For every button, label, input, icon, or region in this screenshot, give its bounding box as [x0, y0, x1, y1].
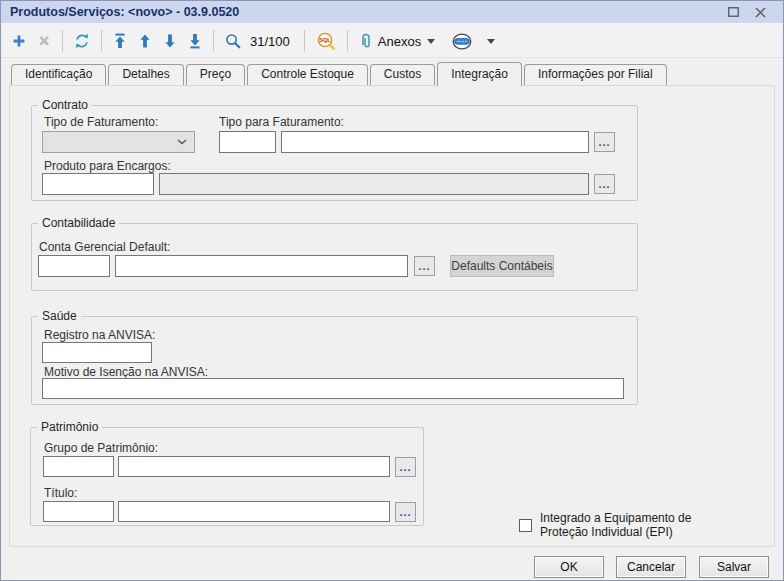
conta-gerencial-desc-input[interactable] — [115, 255, 408, 277]
arrow-up-icon — [138, 33, 152, 49]
next-record-button[interactable] — [159, 30, 181, 52]
tab-custos[interactable]: Custos — [370, 64, 435, 85]
group-contabilidade: Contabilidade Conta Gerencial Default: .… — [31, 223, 638, 291]
titulo-browse-button[interactable]: ... — [395, 502, 416, 522]
tab-identificacao[interactable]: Identificação — [11, 64, 106, 85]
toolbar-separator — [304, 30, 305, 52]
group-contrato: Contrato Tipo de Faturamento: Tipo para … — [31, 105, 638, 201]
group-patrimonio-title: Patrimônio — [37, 420, 102, 434]
grupo-patrimonio-desc-input[interactable] — [118, 456, 390, 477]
conta-gerencial-code-input[interactable] — [38, 255, 110, 277]
arrow-down-icon — [163, 33, 177, 49]
save-button[interactable]: Salvar — [699, 556, 769, 578]
tipo-para-faturamento-label: Tipo para Faturamento: — [219, 115, 344, 129]
tipo-de-faturamento-select[interactable] — [42, 131, 195, 153]
tipo-de-faturamento-label: Tipo de Faturamento: — [44, 115, 158, 129]
toolbar-separator — [347, 30, 348, 52]
group-contrato-title: Contrato — [38, 98, 92, 112]
delete-icon — [37, 34, 51, 48]
refresh-icon — [74, 33, 90, 49]
tipo-para-faturamento-browse-button[interactable]: ... — [594, 132, 615, 152]
print-disc-icon — [452, 33, 472, 50]
close-button[interactable] — [755, 7, 766, 18]
refresh-button[interactable] — [70, 30, 94, 52]
toolbar-separator — [213, 30, 214, 52]
sql-search-icon: SQL — [316, 32, 336, 50]
tipo-para-faturamento-code-input[interactable] — [219, 131, 276, 153]
ok-button[interactable]: OK — [534, 556, 604, 578]
group-patrimonio: Patrimônio Grupo de Patrimônio: ... Títu… — [30, 427, 424, 526]
attachments-button[interactable]: Anexos — [355, 30, 439, 53]
chevron-down-icon — [177, 139, 187, 145]
first-record-button[interactable] — [109, 30, 131, 52]
motivo-isencao-anvisa-input[interactable] — [42, 378, 624, 399]
group-saude-title: Saúde — [38, 309, 81, 323]
tab-bar: Identificação Detalhes Preço Controle Es… — [11, 64, 669, 85]
produto-para-encargos-label: Produto para Encargos: — [44, 159, 171, 173]
record-counter: 31/100 — [250, 34, 290, 49]
toolbar-separator — [101, 30, 102, 52]
window-title: Produtos/Serviços: <novo> - 03.9.0520 — [10, 5, 239, 19]
epi-label-line2: Proteção Individual (EPI) — [540, 525, 673, 539]
produto-para-encargos-browse-button[interactable]: ... — [594, 174, 615, 194]
epi-checkbox-label: Integrado a Equipamento de Proteção Indi… — [540, 510, 691, 539]
grupo-patrimonio-code-input[interactable] — [43, 456, 114, 477]
toolbar: 31/100 SQL Anexos — [1, 25, 783, 58]
add-icon — [12, 34, 26, 48]
last-record-icon — [188, 33, 202, 49]
grupo-patrimonio-browse-button[interactable]: ... — [395, 457, 416, 477]
dialog-window: Produtos/Serviços: <novo> - 03.9.0520 — [0, 0, 784, 581]
tipo-para-faturamento-desc-input[interactable] — [281, 131, 589, 153]
produto-para-encargos-code-input[interactable] — [42, 173, 154, 195]
titulo-desc-input[interactable] — [118, 501, 390, 522]
titulo-code-input[interactable] — [43, 501, 114, 522]
window-controls — [728, 7, 774, 18]
registro-anvisa-label: Registro na ANVISA: — [44, 328, 155, 342]
group-contabilidade-title: Contabilidade — [38, 216, 119, 230]
registro-anvisa-input[interactable] — [42, 342, 152, 363]
epi-checkbox[interactable] — [519, 519, 532, 532]
attachments-label: Anexos — [378, 34, 421, 49]
conta-gerencial-browse-button[interactable]: ... — [414, 256, 435, 276]
add-record-button[interactable] — [8, 31, 30, 51]
cancel-button[interactable]: Cancelar — [616, 556, 686, 578]
print-button[interactable] — [448, 30, 476, 53]
group-saude: Saúde Registro na ANVISA: Motivo de Isen… — [31, 316, 638, 405]
sql-search-button[interactable]: SQL — [312, 29, 340, 53]
tab-controle-estoque[interactable]: Controle Estoque — [247, 64, 368, 85]
toolbar-separator — [62, 30, 63, 52]
tab-preco[interactable]: Preço — [186, 64, 245, 85]
tab-integracao[interactable]: Integração — [437, 62, 522, 86]
titulo-label: Título: — [44, 486, 77, 500]
chevron-down-icon — [487, 39, 495, 44]
search-button[interactable] — [221, 30, 245, 52]
chevron-down-icon — [427, 39, 435, 44]
search-icon — [225, 33, 241, 49]
last-record-button[interactable] — [184, 30, 206, 52]
epi-label-line1: Integrado a Equipamento de — [540, 511, 691, 525]
delete-record-button[interactable] — [33, 31, 55, 51]
tab-detalhes[interactable]: Detalhes — [108, 64, 183, 85]
close-icon — [755, 7, 766, 18]
motivo-isencao-anvisa-label: Motivo de Isenção na ANVISA: — [44, 365, 208, 379]
tab-informacoes-por-filial[interactable]: Informações por Filial — [524, 64, 667, 85]
first-record-icon — [113, 33, 127, 49]
defaults-contabeis-button[interactable]: Defaults Contábeis — [450, 255, 554, 277]
paperclip-icon — [359, 33, 372, 50]
produto-para-encargos-desc-field — [159, 173, 589, 195]
maximize-button[interactable] — [728, 7, 739, 17]
svg-text:SQL: SQL — [319, 37, 331, 43]
maximize-icon — [728, 7, 739, 17]
grupo-de-patrimonio-label: Grupo de Patrimônio: — [44, 441, 158, 455]
titlebar: Produtos/Serviços: <novo> - 03.9.0520 — [1, 1, 783, 24]
epi-checkbox-group: Integrado a Equipamento de Proteção Indi… — [519, 510, 691, 539]
conta-gerencial-default-label: Conta Gerencial Default: — [39, 240, 170, 254]
print-dropdown-button[interactable] — [483, 36, 499, 47]
previous-record-button[interactable] — [134, 30, 156, 52]
